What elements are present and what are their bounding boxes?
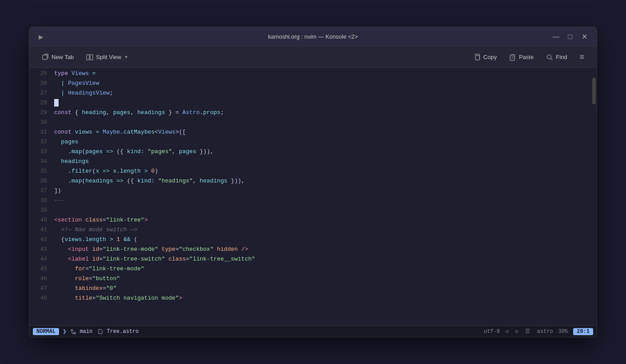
split-view-label: Split View [96, 54, 121, 60]
toolbar: New Tab Split View ▼ Copy [29, 47, 597, 68]
code-line: <section class="link-tree"> [54, 215, 591, 225]
code-line: title="Switch navigation mode"> [54, 293, 591, 303]
filename: Tree.astro [107, 328, 139, 335]
find-label: Find [556, 54, 567, 60]
code-line: <label id="link-tree-switch" class="link… [54, 254, 591, 264]
position-badge: 28:1 [573, 328, 593, 335]
code-area: 25262728 29303132 33343536 37383940 4142… [29, 68, 597, 325]
code-line [54, 118, 591, 127]
status-icons: ◁ ◇ ☰ [505, 328, 532, 335]
file-icon [98, 329, 103, 334]
code-line: for="link-tree-mode" [54, 264, 591, 274]
code-line: tabindex="0" [54, 284, 591, 293]
copy-button[interactable]: Copy [468, 51, 502, 63]
encoding: utf-8 [484, 328, 500, 335]
svg-point-6 [71, 329, 73, 331]
split-view-arrow: ▼ [124, 55, 128, 59]
paste-button[interactable]: Paste [504, 51, 539, 63]
window-title: kamoshi.org : nvim — Konsole <2> [268, 33, 358, 40]
titlebar: ▶ kamoshi.org : nvim — Konsole <2> — □ ✕ [29, 27, 597, 47]
code-line: ]) [54, 186, 591, 196]
code-line: const views = Maybe.catMaybes<Views>([ [54, 127, 591, 137]
code-line: <input id="link-tree-mode" type="checkbo… [54, 245, 591, 254]
code-line: .map(pages => ({ kind: "pages", pages })… [54, 147, 591, 157]
code-line: | HeadingsView; [54, 88, 591, 98]
copy-label: Copy [483, 54, 497, 60]
svg-rect-4 [510, 55, 515, 60]
git-branch: main [80, 328, 93, 335]
code-line: role="button" [54, 274, 591, 284]
code-line: --- [54, 196, 591, 206]
terminal-window: ▶ kamoshi.org : nvim — Konsole <2> — □ ✕… [29, 27, 597, 337]
code-line: {views.length > 1 && ( [54, 235, 591, 245]
code-lines: type Views = | PagesView | HeadingsView;… [51, 68, 591, 325]
new-tab-icon [42, 54, 49, 61]
paste-icon [509, 54, 516, 61]
code-line: headings [54, 157, 591, 166]
status-arrow: ❯ [63, 328, 66, 335]
editor-content: 25262728 29303132 33343536 37383940 4142… [29, 68, 597, 325]
status-right: utf-8 ◁ ◇ ☰ astro 30% 28:1 [484, 328, 593, 335]
code-editor[interactable]: 25262728 29303132 33343536 37383940 4142… [29, 68, 597, 325]
terminal-icon: ▶ [36, 32, 45, 41]
svg-rect-3 [475, 55, 479, 60]
copy-icon [474, 54, 481, 61]
split-view-icon [86, 54, 93, 61]
find-button[interactable]: Find [541, 51, 572, 63]
code-line: <!— Nav mode switch —> [54, 225, 591, 235]
code-line: pages [54, 137, 591, 147]
code-line: .map(headings => ({ kind: "headings", he… [54, 176, 591, 186]
svg-point-7 [74, 332, 75, 334]
menu-button[interactable]: ≡ [574, 50, 590, 64]
find-icon [546, 54, 553, 61]
minimize-button[interactable]: — [551, 32, 561, 42]
statusbar: NORMAL ❯ main Tree.astro utf-8 ◁ ◇ ☰ ast… [29, 325, 597, 337]
scrollbar-thumb[interactable] [592, 78, 596, 104]
code-line: | PagesView [54, 79, 591, 88]
scroll-percent: 30% [559, 328, 568, 335]
svg-rect-2 [90, 55, 93, 60]
maximize-button[interactable]: □ [565, 32, 575, 42]
git-icon [70, 328, 76, 335]
mode-badge: NORMAL [33, 328, 59, 335]
split-view-button[interactable]: Split View ▼ [81, 51, 134, 63]
close-button[interactable]: ✕ [579, 32, 590, 42]
code-line [54, 98, 591, 108]
svg-rect-1 [87, 55, 89, 60]
filetype: astro [537, 328, 553, 335]
code-line [54, 206, 591, 215]
scrollbar[interactable] [591, 68, 597, 325]
svg-rect-0 [43, 55, 47, 59]
line-numbers: 25262728 29303132 33343536 37383940 4142… [29, 68, 51, 325]
code-line: .filter(x => x.length > 0) [54, 166, 591, 176]
new-tab-button[interactable]: New Tab [36, 51, 79, 63]
menu-icon: ≡ [579, 52, 584, 62]
paste-label: Paste [519, 54, 534, 60]
new-tab-label: New Tab [52, 54, 74, 60]
code-line: type Views = [54, 69, 591, 79]
code-line: const { heading, pages, headings } = Ast… [54, 108, 591, 118]
